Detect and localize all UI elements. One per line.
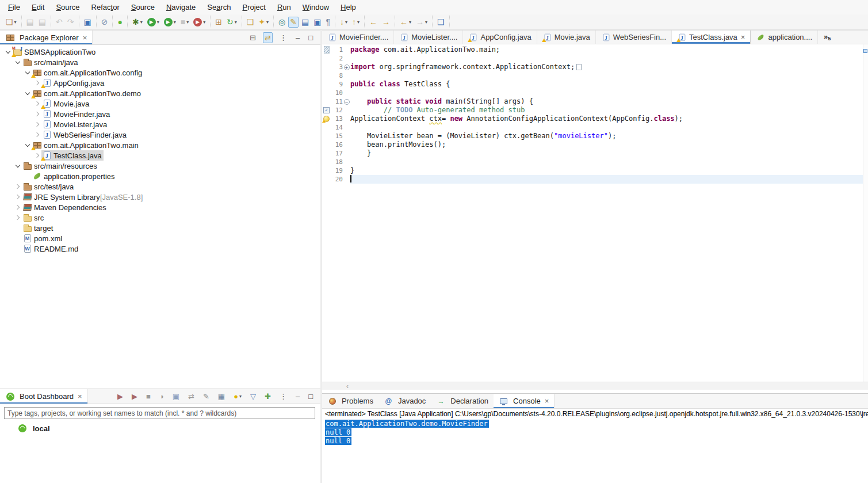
menu-refactor-3[interactable]: Refactor <box>86 1 125 13</box>
forward-button[interactable]: →▾ <box>414 17 429 28</box>
console-tab-problems[interactable]: Problems <box>322 394 378 408</box>
tree-item-label-wrap[interactable]: README.md <box>22 244 80 254</box>
tree-item-label-wrap[interactable]: Maven Dependencies <box>22 202 108 212</box>
chevron-right-icon[interactable] <box>33 98 41 109</box>
chevron-right-icon[interactable] <box>13 212 22 223</box>
tree-item-movielister-java[interactable]: MovieLister.java <box>0 119 320 130</box>
tab-overflow-chevron[interactable]: »5 <box>818 31 831 44</box>
link-with-editor-button[interactable]: ⇄ <box>263 32 273 43</box>
close-icon[interactable]: × <box>545 397 549 405</box>
tree-item-label-wrap[interactable]: application.properties <box>32 171 117 181</box>
back-button[interactable]: ←▾ <box>398 17 413 28</box>
code-text[interactable] <box>350 175 868 184</box>
tree-item-label-wrap[interactable]: com.ait.ApplicationTwo.config <box>32 67 144 78</box>
previous-annotation-dropdown-icon[interactable]: ▾ <box>357 20 360 25</box>
menu-source-2[interactable]: Source <box>50 1 85 13</box>
collapse-all-button[interactable]: ⊟ <box>248 32 258 43</box>
tree-item-label-wrap[interactable]: TestClass.java <box>41 150 104 161</box>
code-text[interactable]: // TODO Auto-generated method stub <box>350 106 868 115</box>
stop-dropdown-icon[interactable]: ▾ <box>186 20 189 25</box>
properties-grid-button[interactable]: ▦ <box>216 391 227 402</box>
chevron-down-icon[interactable] <box>3 47 12 57</box>
edit-config-button[interactable]: ✎ <box>201 391 211 402</box>
close-icon[interactable]: × <box>741 33 745 41</box>
tree-item-src-main-resources[interactable]: src/main/resources <box>0 161 320 171</box>
chevron-right-icon[interactable] <box>13 181 22 192</box>
code-text[interactable]: } <box>350 149 868 158</box>
pause-button[interactable]: ◑ <box>158 391 166 402</box>
minimize-view-button[interactable]: – <box>294 32 301 43</box>
previous-annotation-button[interactable]: ↑▾ <box>350 17 361 28</box>
tree-item-label-wrap[interactable]: WebSeriesFinder.java <box>41 130 128 140</box>
tree-item-maven-dependencies[interactable]: Maven Dependencies <box>0 202 320 212</box>
open-browser-button[interactable]: ⇄ <box>186 391 196 402</box>
relaunch-dropdown-icon[interactable]: ▾ <box>203 20 205 25</box>
open-task-button[interactable]: ❏ <box>245 17 256 28</box>
tab-package-explorer[interactable]: Package Explorer × <box>0 31 93 44</box>
show-whitespace-button[interactable]: ¶ <box>324 17 332 28</box>
editor-tab-application[interactable]: application.... <box>751 31 818 44</box>
code-line-2[interactable]: 2 <box>322 54 868 63</box>
run-coverage-dropdown-icon[interactable]: ▾ <box>174 20 176 25</box>
open-implementation-button[interactable]: ◎ <box>277 17 287 28</box>
tree-item-label-wrap[interactable]: target <box>22 223 55 233</box>
menu-source-4[interactable]: Source <box>125 1 160 13</box>
code-text[interactable]: import org.springframework.context.Appli… <box>350 63 868 71</box>
code-line-3[interactable]: 3+import org.springframework.context.App… <box>322 63 868 71</box>
code-line-19[interactable]: 19} <box>322 166 868 175</box>
tree-item-src[interactable]: src <box>0 212 320 223</box>
maximize-view-button[interactable]: □ <box>307 391 315 402</box>
boot-item-local[interactable]: local <box>17 424 320 433</box>
console-output-line[interactable]: null 0 <box>325 428 868 437</box>
overview-ruler[interactable] <box>863 44 868 382</box>
console-body[interactable]: <terminated> TestClass [Java Application… <box>322 409 868 483</box>
tree-item-label-wrap[interactable]: com.ait.ApplicationTwo.demo <box>32 88 143 98</box>
new-java-project-button[interactable]: ⊞ <box>213 17 224 28</box>
editor-tab-movie-java[interactable]: Movie.java <box>537 31 596 44</box>
run-coverage-button[interactable]: ▶▾ <box>162 17 178 28</box>
hatch-marker-icon[interactable] <box>324 46 330 54</box>
code-text[interactable] <box>350 71 868 80</box>
tree-item-label-wrap[interactable]: SBMSApplicationTwo <box>12 47 97 57</box>
console-output-line[interactable]: com.ait.ApplicationTwo.demo.MovieFinder <box>325 420 868 428</box>
next-edit-location-button[interactable]: → <box>380 17 392 28</box>
code-line-14[interactable]: 14 <box>322 123 868 132</box>
code-line-12[interactable]: 12 // TODO Auto-generated method stub <box>322 106 868 115</box>
tree-item-movie-java[interactable]: Movie.java <box>0 98 320 109</box>
editor-tab-testclass-java[interactable]: TestClass.java× <box>672 31 751 44</box>
update-maven-project-dropdown-icon[interactable]: ▾ <box>235 20 237 25</box>
code-line-8[interactable]: 8 <box>322 71 868 80</box>
scroll-left-icon[interactable]: ‹ <box>346 382 349 390</box>
next-annotation-button[interactable]: ↓▾ <box>338 17 349 28</box>
chevron-down-icon[interactable] <box>23 67 32 78</box>
toggle-tags-button[interactable]: ●▾ <box>232 391 243 402</box>
horizontal-scrollbar[interactable]: ‹ <box>322 382 868 390</box>
code-text[interactable]: package com.ait.ApplicationTwo.main; <box>350 45 868 54</box>
editor-tab-appconfig-java[interactable]: AppConfig.java <box>463 31 537 44</box>
tab-boot-dashboard[interactable]: Boot Dashboard × <box>0 389 88 404</box>
tree-item-testclass-java[interactable]: TestClass.java <box>0 150 320 161</box>
code-editor[interactable]: 1package com.ait.ApplicationTwo.main;23+… <box>322 44 868 382</box>
stop-button[interactable]: ■▾ <box>179 17 190 28</box>
chevron-down-icon[interactable] <box>23 88 32 98</box>
mark-occurrences-button[interactable]: ✎ <box>288 17 299 28</box>
last-edit-location-button[interactable]: ← <box>368 17 379 28</box>
add-button[interactable]: ✚ <box>263 391 273 402</box>
tree-item-pom-xml[interactable]: pom.xml <box>0 233 320 244</box>
code-line-13[interactable]: 13ApplicationContext ctx= new Annotation… <box>322 115 868 123</box>
tree-item-jre-system-library[interactable]: JRE System Library [JavaSE-1.8] <box>0 192 320 202</box>
tree-item-label-wrap[interactable]: JRE System Library [JavaSE-1.8] <box>22 192 144 202</box>
save-all-button[interactable]: ▤ <box>37 17 48 28</box>
code-line-11[interactable]: 11− public static void main(String[] arg… <box>322 97 868 106</box>
code-text[interactable] <box>350 123 868 132</box>
menu-run-8[interactable]: Run <box>272 1 297 13</box>
menu-window-9[interactable]: Window <box>297 1 335 13</box>
console-tab-console[interactable]: Console× <box>494 394 555 408</box>
fold-column[interactable]: + <box>343 63 350 71</box>
chevron-right-icon[interactable] <box>33 130 41 140</box>
tree-item-appconfig-java[interactable]: AppConfig.java <box>0 78 320 88</box>
code-line-15[interactable]: 15 MovieLister bean = (MovieLister) ctx.… <box>322 132 868 140</box>
start-debug-button[interactable]: ▶ <box>130 391 139 402</box>
chevron-right-icon[interactable] <box>33 150 41 161</box>
menu-edit-1[interactable]: Edit <box>26 1 50 13</box>
